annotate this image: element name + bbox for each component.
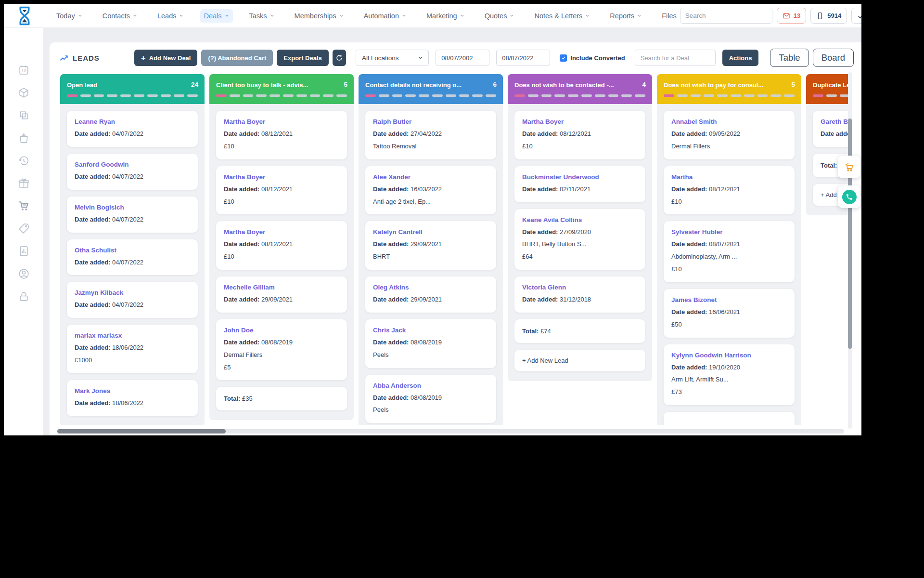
lead-name-link[interactable]: Ralph Butler	[373, 118, 488, 125]
lead-name-link[interactable]: Buckminster Underwood	[522, 173, 638, 181]
lead-name-link[interactable]: Melvin Bogisich	[75, 204, 190, 211]
lead-name-link[interactable]: Victoria Glenn	[522, 284, 638, 291]
lead-card[interactable]: Martha BoyerDate added: 08/12/2021£10	[514, 111, 645, 159]
lead-card[interactable]: Ralph ButlerDate added: 27/04/2022Tattoo…	[365, 111, 496, 159]
lead-name-link[interactable]: mariax mariasx	[75, 332, 190, 339]
export-deals-button[interactable]: Export Deals	[277, 50, 328, 66]
sidebar-item-account[interactable]	[16, 267, 31, 280]
lead-name-link[interactable]: Martha Boyer	[224, 173, 339, 181]
sidebar-item-calendar-12[interactable]	[16, 64, 31, 76]
location-filter-select[interactable]: All Locations	[356, 50, 429, 66]
sidebar-item-copy[interactable]	[16, 109, 31, 121]
date-from-input[interactable]	[436, 50, 489, 66]
horizontal-scrollbar-thumb[interactable]	[57, 429, 226, 434]
tasks-button[interactable]: 14	[851, 8, 861, 24]
lead-card[interactable]: Mark JonesDate added: 18/06/2022	[67, 380, 198, 416]
lead-card[interactable]: MarthaDate added: 08/12/2021£10	[664, 166, 795, 215]
lead-name-link[interactable]: Abba Anderson	[373, 382, 488, 389]
lead-name-link[interactable]: Otha Schulist	[75, 247, 190, 254]
lead-card-partial[interactable]	[664, 412, 795, 425]
lead-card[interactable]: James BizonetDate added: 16/06/2021£50	[664, 289, 795, 338]
lead-name-link[interactable]: Jazmyn Kilback	[75, 289, 190, 296]
column-header[interactable]: Does not wish to pay for consul...5	[657, 74, 801, 104]
lead-card[interactable]: Chris JackDate added: 08/08/2019Peels	[365, 319, 496, 368]
sidebar-item-cart[interactable]	[16, 199, 31, 212]
lead-name-link[interactable]: Martha Boyer	[224, 118, 339, 125]
nav-item-tasks[interactable]: Tasks	[246, 9, 278, 23]
column-header[interactable]: Duplicate Lead	[806, 74, 848, 104]
lead-card[interactable]: Alee XanderDate added: 16/03/2022Anti-ag…	[365, 166, 496, 215]
lead-name-link[interactable]: John Doe	[224, 327, 339, 334]
lead-card[interactable]: Martha BoyerDate added: 08/12/2021£10	[216, 111, 347, 159]
lead-name-link[interactable]: Gareth Buck	[821, 118, 848, 125]
lead-card[interactable]: Martha BoyerDate added: 08/12/2021£10	[216, 166, 347, 215]
lead-name-link[interactable]: Alee Xander	[373, 173, 488, 181]
phone-calls-button[interactable]: 5914	[810, 8, 847, 24]
lead-card[interactable]: Gareth BuckDate added:	[813, 111, 848, 147]
lead-card[interactable]: Sylvester HublerDate added: 08/07/2021Ab…	[664, 221, 795, 282]
add-new-deal-button[interactable]: + Add New Deal	[134, 50, 198, 66]
sidebar-item-history[interactable]	[16, 154, 31, 167]
nav-item-files[interactable]: Files	[658, 9, 680, 23]
deal-search-input[interactable]	[635, 50, 716, 66]
sidebar-item-package[interactable]	[16, 86, 31, 99]
vertical-scrollbar-thumb[interactable]	[848, 118, 852, 349]
lead-card[interactable]: Mechelle GilliamDate added: 29/09/2021	[216, 276, 347, 313]
lead-card[interactable]: mariax mariasxDate added: 18/06/2022£100…	[67, 325, 198, 373]
nav-item-automation[interactable]: Automation	[360, 9, 410, 23]
nav-item-quotes[interactable]: Quotes	[481, 9, 518, 23]
abandoned-cart-fab[interactable]	[838, 156, 860, 178]
lead-card[interactable]: Abba AndersonDate added: 08/08/2019Peels	[365, 375, 496, 423]
lead-name-link[interactable]: Keane Avila Collins	[522, 216, 638, 223]
board-view-button[interactable]: Board	[813, 49, 854, 67]
nav-item-memberships[interactable]: Memberships	[291, 9, 347, 23]
abandoned-cart-button[interactable]: (?) Abandoned Cart	[201, 50, 273, 66]
lead-name-link[interactable]: Mark Jones	[75, 387, 190, 394]
sidebar-item-lock[interactable]	[16, 290, 31, 302]
lead-name-link[interactable]: Sanford Goodwin	[75, 161, 190, 168]
nav-item-deals[interactable]: Deals	[200, 9, 232, 23]
nav-item-reports[interactable]: Reports	[606, 9, 645, 23]
lead-card[interactable]: Leanne RyanDate added: 04/07/2022	[67, 111, 198, 147]
nav-item-marketing[interactable]: Marketing	[423, 9, 468, 23]
lead-card[interactable]: Otha SchulistDate added: 04/07/2022	[67, 239, 198, 276]
date-to-input[interactable]	[496, 50, 550, 66]
add-new-lead-button[interactable]: + Add New Lead	[514, 350, 645, 371]
sidebar-item-report[interactable]	[16, 245, 31, 257]
lead-card[interactable]: Martha BoyerDate added: 08/12/2021£10	[216, 221, 347, 270]
include-converted-checkbox[interactable]: Include Converted	[560, 54, 625, 62]
nav-item-leads[interactable]: Leads	[154, 9, 188, 23]
column-header[interactable]: Open lead24	[60, 74, 205, 104]
lead-name-link[interactable]: Sylvester Hubler	[671, 228, 787, 236]
column-header[interactable]: Does not wish to be contacted -...4	[508, 74, 652, 104]
messages-button[interactable]: 13	[777, 8, 806, 24]
lead-name-link[interactable]: Kylynn Goodwin Harrison	[671, 352, 787, 359]
nav-item-today[interactable]: Today	[53, 9, 86, 23]
lead-name-link[interactable]: Martha	[671, 173, 787, 181]
nav-item-contacts[interactable]: Contacts	[99, 9, 141, 23]
lead-card[interactable]: Melvin BogisichDate added: 04/07/2022	[67, 197, 198, 233]
lead-name-link[interactable]: Katelyn Cantrell	[373, 228, 488, 236]
lead-name-link[interactable]: Chris Jack	[373, 327, 488, 334]
lead-card[interactable]: Sanford GoodwinDate added: 04/07/2022	[67, 154, 198, 190]
lead-card[interactable]: Jazmyn KilbackDate added: 04/07/2022	[67, 282, 198, 318]
actions-button[interactable]: Actions	[722, 50, 759, 66]
refresh-button[interactable]	[333, 50, 346, 66]
column-header[interactable]: Client too busy to talk - advis...5	[209, 74, 354, 104]
lead-name-link[interactable]: Oleg Atkins	[373, 284, 488, 291]
vertical-scrollbar[interactable]	[848, 72, 852, 429]
lead-card[interactable]: John DoeDate added: 08/08/2019Dermal Fil…	[216, 319, 347, 381]
lead-name-link[interactable]: Martha Boyer	[522, 118, 638, 125]
lead-card[interactable]: Katelyn CantrellDate added: 29/09/2021BH…	[365, 221, 496, 270]
lead-name-link[interactable]: Leanne Ryan	[75, 118, 190, 125]
table-view-button[interactable]: Table	[770, 49, 808, 67]
sidebar-item-gift[interactable]	[16, 177, 31, 189]
lead-card[interactable]: Buckminster UnderwoodDate added: 02/11/2…	[514, 166, 645, 202]
column-header[interactable]: Contact details not receiving o...6	[359, 74, 503, 104]
lead-name-link[interactable]: James Bizonet	[671, 296, 787, 303]
lead-card[interactable]: Keane Avila CollinsDate added: 27/09/202…	[514, 209, 645, 270]
whatsapp-fab[interactable]	[838, 185, 860, 208]
lead-name-link[interactable]: Martha Boyer	[224, 228, 339, 236]
horizontal-scrollbar[interactable]	[57, 429, 844, 434]
lead-card[interactable]: Victoria GlennDate added: 31/12/2018	[514, 276, 645, 313]
